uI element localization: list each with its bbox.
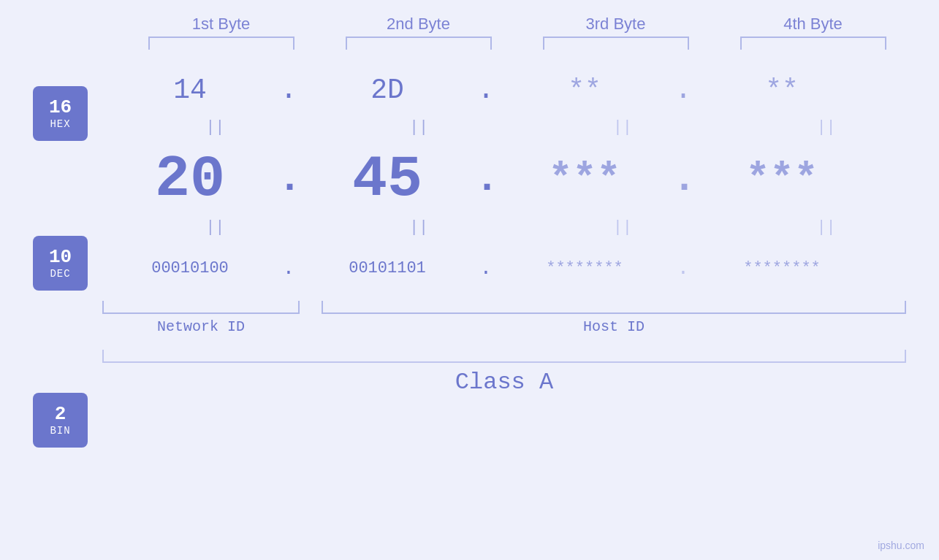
dec-label: DEC (50, 268, 70, 280)
dot-hex-3: . (672, 74, 694, 107)
top-bracket-4 (740, 37, 886, 50)
class-label-container: Class A (102, 369, 906, 396)
class-bracket (102, 350, 906, 363)
byte-headers-row: 1st Byte 2nd Byte 3rd Byte 4th Byte (123, 15, 912, 34)
dec-byte-3: *** (548, 156, 620, 202)
hex-byte-3: ** (568, 74, 601, 106)
watermark: ipshu.com (878, 540, 924, 551)
dec-byte-2: 45 (352, 146, 422, 212)
bin-byte-4: ******** (743, 259, 821, 277)
hex-byte-2: 2D (370, 74, 404, 106)
dot-dec-2: . (475, 156, 497, 202)
equals-5: || (127, 218, 303, 237)
byte-header-2: 2nd Byte (331, 15, 506, 34)
bin-number: 2 (55, 404, 66, 425)
equals-6: || (331, 218, 506, 237)
dot-bin-2: . (475, 257, 497, 280)
dot-hex-1: . (278, 74, 300, 107)
dec-badge: 10 DEC (33, 236, 88, 291)
dec-byte-4: *** (745, 156, 818, 202)
equals-7: || (535, 218, 710, 237)
byte-header-3: 3rd Byte (528, 15, 704, 34)
host-id-label: Host ID (583, 318, 645, 335)
top-bracket-3 (543, 37, 689, 50)
network-bracket (102, 301, 300, 314)
dec-row: 20 . 45 . *** . *** (102, 142, 892, 215)
dot-hex-2: . (475, 74, 497, 107)
top-bracket-2 (346, 37, 492, 50)
ip-rows: 14 . 2D . ** . ** || || || || (102, 57, 939, 560)
base-badges: 16 HEX 10 DEC 2 BIN (33, 86, 88, 560)
dot-bin-3: . (672, 257, 694, 280)
hex-label: HEX (50, 118, 70, 130)
equals-row-1: || || || || (102, 118, 939, 137)
equals-3: || (535, 118, 710, 137)
top-bracket-1 (148, 37, 294, 50)
bin-label: BIN (50, 425, 70, 437)
hex-row: 14 . 2D . ** . ** (102, 64, 892, 115)
bin-row: 00010100 . 00101101 . ******** . *******… (102, 242, 892, 294)
host-bracket (322, 301, 906, 314)
dec-byte-1: 20 (155, 146, 225, 212)
byte-header-4: 4th Byte (726, 15, 901, 34)
bin-badge: 2 BIN (33, 393, 88, 448)
bottom-brackets-container (102, 301, 906, 314)
class-label: Class A (455, 369, 553, 396)
equals-row-2: || || || || (102, 218, 939, 237)
main-container: 1st Byte 2nd Byte 3rd Byte 4th Byte 16 H… (0, 0, 939, 560)
dot-dec-1: . (278, 156, 300, 202)
dot-dec-3: . (672, 156, 694, 202)
id-labels: Network ID Host ID (102, 318, 906, 335)
equals-2: || (331, 118, 506, 137)
bin-byte-3: ******** (546, 259, 623, 277)
top-brackets (123, 37, 912, 50)
hex-byte-4: ** (765, 74, 799, 106)
equals-1: || (127, 118, 303, 137)
hex-number: 16 (49, 97, 72, 118)
bin-byte-2: 00101101 (349, 259, 426, 277)
byte-header-1: 1st Byte (134, 15, 309, 34)
dec-number: 10 (49, 247, 72, 268)
network-id-label: Network ID (157, 318, 245, 335)
equals-4: || (739, 118, 914, 137)
hex-badge: 16 HEX (33, 86, 88, 141)
bin-byte-1: 00010100 (151, 259, 229, 277)
hex-byte-1: 14 (173, 74, 207, 106)
equals-8: || (739, 218, 914, 237)
dot-bin-1: . (278, 257, 300, 280)
